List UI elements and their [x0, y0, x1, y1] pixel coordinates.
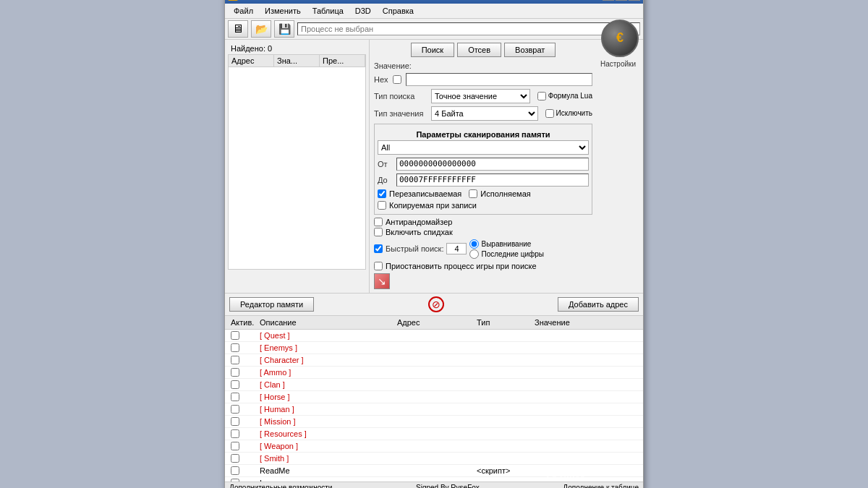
- row-address: [394, 335, 474, 336]
- col-addr: Адрес: [394, 317, 474, 328]
- value-input[interactable]: [406, 73, 592, 86]
- value-type-select[interactable]: 4 Байта 1 Байт 2 Байта 8 Байт: [431, 106, 538, 121]
- status-bar: Дополнительные возможности Signed By Rys…: [225, 481, 643, 489]
- last-digits-radio[interactable]: [469, 249, 479, 259]
- search-type-select[interactable]: Точное значение Больше чем Меньше чем: [431, 89, 530, 103]
- row-description: [ Character ]: [257, 355, 394, 365]
- search-buttons: Поиск Отсев Возврат: [374, 43, 592, 57]
- table-row[interactable]: [ Human ]: [225, 403, 643, 416]
- table-row[interactable]: [ Ammo ]: [225, 367, 643, 379]
- menu-help[interactable]: Справка: [377, 5, 420, 17]
- to-input[interactable]: [396, 174, 589, 187]
- row-description: [ Mission ]: [257, 416, 394, 427]
- writable-checkbox[interactable]: [378, 189, 386, 198]
- anti-random-checkbox[interactable]: [374, 218, 383, 226]
- exclude-checkbox[interactable]: [545, 109, 554, 118]
- row-checkbox[interactable]: [231, 405, 239, 414]
- lua-formula-checkbox[interactable]: [537, 92, 546, 100]
- row-description: ReadMe: [257, 466, 394, 476]
- value-type-label: Тип значения: [374, 109, 428, 118]
- maximize-button[interactable]: □: [616, 0, 627, 1]
- row-checkbox[interactable]: [231, 479, 239, 481]
- anti-random-label: Антирандомайзер: [386, 218, 452, 226]
- open-process-button[interactable]: 🖥: [228, 20, 248, 38]
- row-checkbox[interactable]: [231, 331, 239, 340]
- hex-checkbox[interactable]: [393, 75, 401, 84]
- app-icon: CE: [228, 0, 238, 1]
- stop-icon[interactable]: ⊘: [428, 296, 444, 312]
- row-checkbox[interactable]: [231, 393, 239, 401]
- menu-table[interactable]: Таблица: [307, 5, 349, 17]
- row-address: [394, 384, 474, 385]
- row-checkbox[interactable]: [231, 417, 239, 426]
- row-description: [ Quest ]: [257, 330, 394, 341]
- process-input[interactable]: [297, 22, 640, 35]
- row-description: [ Human ]: [257, 404, 394, 414]
- from-row: От: [378, 158, 589, 171]
- row-value: [532, 445, 640, 447]
- row-checkbox[interactable]: [231, 442, 239, 450]
- table-row[interactable]: [ Clan ]: [225, 379, 643, 391]
- col-address: Адрес: [229, 55, 274, 67]
- menu-file[interactable]: Файл: [228, 5, 259, 17]
- add-address-button[interactable]: Добавить адрес: [558, 297, 639, 312]
- filter-button[interactable]: Отсев: [457, 43, 501, 57]
- row-type: [474, 421, 532, 422]
- row-type: [474, 396, 532, 398]
- table-row[interactable]: [ Weapon ]: [225, 440, 643, 453]
- row-type: <скрипт>: [474, 466, 532, 476]
- back-button[interactable]: Возврат: [504, 43, 556, 57]
- scan-params-title: Параметры сканирования памяти: [378, 130, 589, 139]
- table-row[interactable]: [ Mission ]: [225, 416, 643, 428]
- save-button[interactable]: 💾: [274, 20, 294, 38]
- row-checkbox[interactable]: [231, 429, 239, 438]
- to-row: До: [378, 174, 589, 187]
- found-count: Найдено: 0: [228, 43, 366, 54]
- open-file-button[interactable]: 📂: [251, 20, 271, 38]
- table-row[interactable]: [ Horse ]: [225, 391, 643, 403]
- menu-edit[interactable]: Изменить: [259, 5, 307, 17]
- row-checkbox[interactable]: [231, 466, 239, 475]
- row-address: [394, 458, 474, 459]
- row-checkbox[interactable]: [231, 368, 239, 377]
- table-row[interactable]: [ Character ]: [225, 354, 643, 367]
- executable-checkbox[interactable]: [469, 189, 477, 198]
- results-header: Адрес Зна... Пре...: [228, 54, 366, 67]
- memory-region-select[interactable]: All: [378, 140, 589, 155]
- align-options: Выравнивание Последние цифры: [469, 239, 544, 259]
- table-body: [ Quest ][ Enemys ][ Character ][ Ammo ]…: [225, 330, 643, 481]
- minimize-button[interactable]: ─: [603, 0, 614, 1]
- row-value: [532, 384, 640, 385]
- suspend-checkbox[interactable]: [374, 262, 383, 270]
- value-type-row: Тип значения 4 Байта 1 Байт 2 Байта 8 Ба…: [374, 106, 592, 121]
- window-controls[interactable]: ─ □ ✕: [603, 0, 640, 1]
- speedhack-checkbox[interactable]: [374, 228, 383, 236]
- memory-editor-button[interactable]: Редактор памяти: [229, 297, 314, 312]
- from-input[interactable]: [396, 158, 589, 171]
- close-button[interactable]: ✕: [629, 0, 640, 1]
- row-checkbox[interactable]: [231, 356, 239, 364]
- fast-search-checkbox[interactable]: [374, 244, 383, 253]
- table-row[interactable]: [ Quest ]: [225, 330, 643, 342]
- row-address: [394, 421, 474, 422]
- speedhack-row: Включить спидхак: [374, 228, 592, 236]
- row-type: [474, 372, 532, 373]
- search-button[interactable]: Поиск: [411, 43, 454, 57]
- row-value: [532, 421, 640, 422]
- copy-on-write-checkbox[interactable]: [378, 201, 386, 210]
- lua-formula-label: Формула Lua: [548, 92, 592, 100]
- row-checkbox[interactable]: [231, 380, 239, 389]
- fast-search-input[interactable]: [446, 243, 467, 254]
- row-checkbox[interactable]: [231, 343, 239, 352]
- row-address: [394, 445, 474, 447]
- table-row[interactable]: [ Smith ]: [225, 453, 643, 465]
- row-value: [532, 372, 640, 373]
- value-label: Значение:: [374, 61, 412, 70]
- copy-on-write-label: Копируемая при записи: [389, 201, 477, 210]
- menu-d3d[interactable]: D3D: [349, 5, 377, 17]
- align-radio[interactable]: [469, 239, 479, 249]
- row-address: [394, 408, 474, 410]
- table-row[interactable]: [ Enemys ]: [225, 342, 643, 354]
- row-checkbox[interactable]: [231, 454, 239, 463]
- table-row[interactable]: [ Resources ]: [225, 428, 643, 440]
